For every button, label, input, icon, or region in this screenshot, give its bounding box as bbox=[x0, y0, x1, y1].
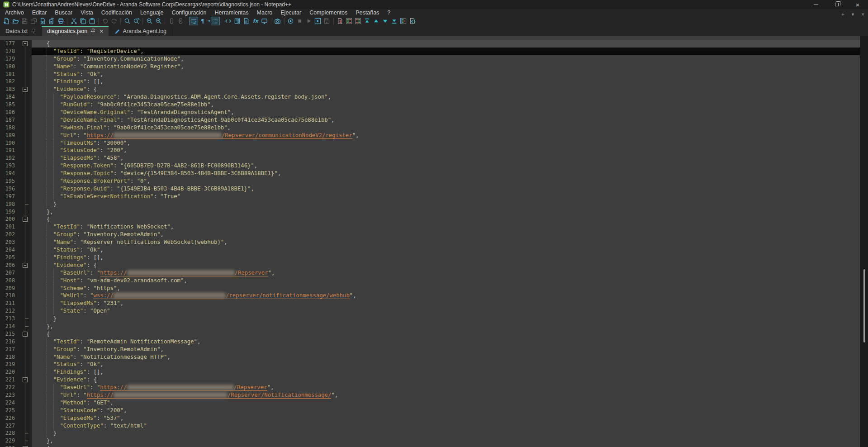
code-line[interactable]: 210 "WsUrl": "wss:///repserver/notificat… bbox=[0, 292, 860, 300]
code-text[interactable]: "Url": "https:///Repserver/communication… bbox=[32, 132, 860, 139]
cut-icon[interactable] bbox=[69, 17, 78, 25]
code-text[interactable]: "Url": "https:///Repserver/Notificationm… bbox=[32, 391, 860, 399]
fold-margin[interactable] bbox=[18, 215, 32, 223]
compare-old-file-icon[interactable] bbox=[345, 17, 354, 25]
scrollbar-thumb[interactable] bbox=[863, 269, 865, 342]
fold-margin[interactable] bbox=[18, 162, 32, 170]
code-line[interactable]: 180 "Name": "CommunicationNodeV2 Registe… bbox=[0, 63, 860, 71]
fold-margin[interactable] bbox=[18, 254, 32, 262]
code-line[interactable]: 212 "State": "Open" bbox=[0, 307, 860, 315]
code-line[interactable]: 179 "Group": "Inventory.CommunicationNod… bbox=[0, 55, 860, 63]
code-line[interactable]: 184 "PayloadResource": "Aranda.Diagnosti… bbox=[0, 93, 860, 101]
indent-guide-icon[interactable] bbox=[211, 17, 220, 25]
fold-collapse-box[interactable] bbox=[23, 263, 28, 268]
line-number[interactable]: 188 bbox=[0, 124, 18, 132]
code-line[interactable]: 218 "Name": "Notificationmessage HTTP", bbox=[0, 353, 860, 361]
fold-margin[interactable] bbox=[18, 238, 32, 246]
macro-record-icon[interactable] bbox=[286, 17, 295, 25]
fold-collapse-box[interactable] bbox=[23, 41, 28, 46]
code-line[interactable]: 189 "Url": "https:///Repserver/communica… bbox=[0, 132, 860, 139]
fold-margin[interactable] bbox=[18, 231, 32, 238]
line-number[interactable]: 194 bbox=[0, 170, 18, 177]
code-line[interactable]: 219 "Status": "Ok", bbox=[0, 361, 860, 368]
close-all-icon[interactable] bbox=[47, 17, 56, 25]
code-text[interactable]: "Evidence": { bbox=[32, 86, 860, 93]
code-text[interactable]: "ElapsedMs": "537", bbox=[32, 414, 860, 422]
restore-button[interactable] bbox=[826, 0, 847, 9]
code-line[interactable]: 217 "Group": "Inventory.RemoteAdmin", bbox=[0, 346, 860, 353]
code-line[interactable]: 211 "ElapsedMs": "231", bbox=[0, 300, 860, 307]
code-line[interactable]: 193 "Response.Token": "{605DB7ED-D27B-4A… bbox=[0, 162, 860, 170]
macro-play-icon[interactable] bbox=[304, 17, 313, 25]
code-text[interactable]: "Status": "Ok", bbox=[32, 71, 860, 78]
code-text[interactable]: "Findings": [], bbox=[32, 78, 860, 86]
fold-margin[interactable] bbox=[18, 277, 32, 285]
paste-icon[interactable] bbox=[87, 17, 96, 25]
fold-margin[interactable] bbox=[18, 338, 32, 346]
line-number[interactable]: 208 bbox=[0, 277, 18, 285]
fold-margin[interactable] bbox=[18, 368, 32, 376]
code-text[interactable]: "Group": "Inventory.RemoteAdmin", bbox=[32, 346, 860, 353]
code-line[interactable]: 177 { bbox=[0, 40, 860, 48]
fold-margin[interactable] bbox=[18, 285, 32, 292]
line-number[interactable]: 210 bbox=[0, 292, 18, 300]
fold-margin[interactable] bbox=[18, 315, 32, 323]
code-line[interactable]: 222 "BaseUrl": "https:///Repserver", bbox=[0, 384, 860, 391]
line-number[interactable]: 186 bbox=[0, 109, 18, 116]
find-icon[interactable] bbox=[123, 17, 132, 25]
code-text[interactable]: "IsEnableServerNotification": "True" bbox=[32, 193, 860, 200]
fold-margin[interactable] bbox=[18, 40, 32, 48]
tab-close-icon[interactable]: × bbox=[100, 28, 103, 34]
fold-margin[interactable] bbox=[18, 445, 32, 447]
fold-margin[interactable] bbox=[18, 55, 32, 63]
code-line[interactable]: 205 "Findings": [], bbox=[0, 254, 860, 262]
code-line[interactable]: 213 } bbox=[0, 315, 860, 323]
fold-margin[interactable] bbox=[18, 300, 32, 307]
code-text[interactable]: "Evidence": { bbox=[32, 376, 860, 384]
code-text[interactable]: "Method": "GET", bbox=[32, 399, 860, 407]
line-number[interactable]: 195 bbox=[0, 177, 18, 185]
save-all-icon[interactable] bbox=[29, 17, 38, 25]
code-text[interactable]: "TestId": "RemoteAdmin NotificationMessa… bbox=[32, 338, 860, 346]
fold-margin[interactable] bbox=[18, 109, 32, 116]
json-viewer-icon[interactable] bbox=[408, 17, 417, 25]
compare-first-icon[interactable] bbox=[336, 17, 345, 25]
code-text[interactable]: }, bbox=[32, 323, 860, 330]
line-number[interactable]: 196 bbox=[0, 185, 18, 193]
code-line[interactable]: 198 } bbox=[0, 200, 860, 208]
code-line[interactable]: 214 }, bbox=[0, 323, 860, 330]
line-number[interactable]: 207 bbox=[0, 269, 18, 277]
menu-item-buscar[interactable]: Buscar bbox=[51, 9, 76, 16]
code-text[interactable]: { bbox=[32, 40, 860, 48]
line-number[interactable]: 193 bbox=[0, 162, 18, 170]
fold-margin[interactable] bbox=[18, 399, 32, 407]
previous-difference-icon[interactable] bbox=[372, 17, 381, 25]
fold-margin[interactable] bbox=[18, 139, 32, 147]
fold-margin[interactable] bbox=[18, 93, 32, 101]
compare-new-file-icon[interactable] bbox=[354, 17, 363, 25]
fold-margin[interactable] bbox=[18, 269, 32, 277]
code-line[interactable]: 191 "StatusCode": "200", bbox=[0, 147, 860, 154]
fold-margin[interactable] bbox=[18, 376, 32, 384]
line-number[interactable]: 226 bbox=[0, 414, 18, 422]
code-text[interactable]: }, bbox=[32, 437, 860, 445]
line-number[interactable]: 192 bbox=[0, 154, 18, 162]
code-text[interactable]: "ContentType": "text/html" bbox=[32, 422, 860, 430]
line-number[interactable]: 200 bbox=[0, 215, 18, 223]
line-number[interactable]: 227 bbox=[0, 422, 18, 430]
line-number[interactable]: 177 bbox=[0, 40, 18, 48]
fold-margin[interactable] bbox=[18, 407, 32, 414]
code-line[interactable]: 199 }, bbox=[0, 208, 860, 216]
code-text[interactable]: "Response.Token": "{605DB7ED-D27B-4AB2-8… bbox=[32, 162, 860, 170]
line-number[interactable]: 223 bbox=[0, 391, 18, 399]
line-number[interactable]: 220 bbox=[0, 368, 18, 376]
line-number[interactable]: 212 bbox=[0, 307, 18, 315]
code-text[interactable]: "BaseUrl": "https:///Repserver", bbox=[32, 269, 860, 277]
code-text[interactable]: "HwHash.Final": "9ab0c0f41ce3453caa05cae… bbox=[32, 124, 860, 132]
line-number[interactable]: 203 bbox=[0, 238, 18, 246]
print-icon[interactable] bbox=[56, 17, 65, 25]
code-line[interactable]: 216 "TestId": "RemoteAdmin NotificationM… bbox=[0, 338, 860, 346]
line-number[interactable]: 224 bbox=[0, 399, 18, 407]
code-line[interactable]: 209 "Scheme": "https", bbox=[0, 285, 860, 292]
tab-list-button[interactable]: ▼ bbox=[851, 13, 855, 17]
